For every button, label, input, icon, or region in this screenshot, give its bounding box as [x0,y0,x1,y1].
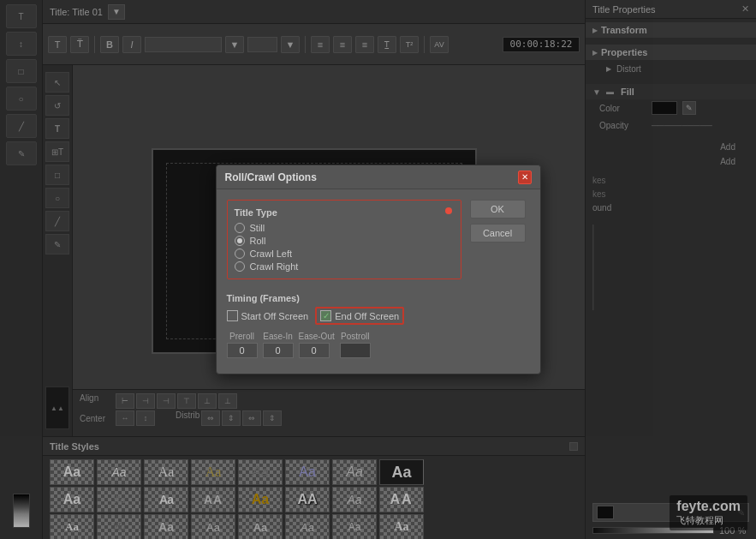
end-off-screen-checkbox[interactable]: ✓ End Off Screen [320,310,399,321]
ease-in-input[interactable] [263,343,294,358]
start-off-screen-box[interactable] [227,310,238,321]
end-off-screen-highlight: ✓ End Off Screen [315,307,404,325]
preroll-input[interactable] [227,343,258,358]
preroll-label: Preroll [227,332,258,341]
radio-crawl-left-label: Crawl Left [250,249,293,259]
dialog-left-panel: Title Type Still Roll [227,200,461,363]
dialog-buttons: OK Cancel [470,200,530,363]
radio-crawl-right-input[interactable] [235,261,245,272]
title-type-box: Title Type Still Roll [227,200,461,279]
radio-roll-input[interactable] [235,236,245,246]
postroll-label: Postroll [340,332,371,341]
radio-still-label: Still [250,223,265,233]
start-off-screen-checkbox[interactable]: Start Off Screen [227,310,309,321]
radio-group: Still Roll Crawl Left Crawl Right [235,223,454,272]
ease-out-group: Ease-Out [299,332,335,358]
radio-still-input[interactable] [235,223,245,233]
red-dot-indicator [445,207,452,214]
frames-row: Preroll Ease-In Ease-Out Postroll [227,332,461,358]
ok-button[interactable]: OK [470,200,526,219]
start-off-screen-label: Start Off Screen [241,311,309,321]
end-off-screen-box[interactable]: ✓ [320,310,331,321]
radio-crawl-left-input[interactable] [235,249,245,259]
radio-crawl-left[interactable]: Crawl Left [235,249,454,259]
timing-label: Timing (Frames) [227,293,461,303]
radio-roll[interactable]: Roll [235,236,454,246]
dialog-overlay: Roll/Crawl Options ✕ Title Type Still [0,0,756,539]
dialog-content: Title Type Still Roll [217,189,540,374]
dialog-title-text: Roll/Crawl Options [225,171,317,183]
radio-crawl-right-label: Crawl Right [250,261,299,272]
radio-roll-label: Roll [250,236,266,246]
postroll-input [340,343,371,358]
radio-crawl-right[interactable]: Crawl Right [235,261,454,272]
cancel-button[interactable]: Cancel [470,224,526,243]
ease-in-group: Ease-In [263,332,294,358]
radio-still[interactable]: Still [235,223,454,233]
timing-box: Timing (Frames) Start Off Screen ✓ [227,288,461,363]
dialog-titlebar: Roll/Crawl Options ✕ [217,165,540,189]
end-off-screen-label: End Off Screen [335,311,399,321]
checkbox-row: Start Off Screen ✓ End Off Screen [227,307,461,325]
preroll-group: Preroll [227,332,258,358]
ease-out-label: Ease-Out [299,332,335,341]
roll-crawl-dialog: Roll/Crawl Options ✕ Title Type Still [216,165,541,374]
title-type-label: Title Type [235,207,454,218]
postroll-group: Postroll [340,332,371,358]
ease-out-input[interactable] [299,343,330,358]
dialog-close-button[interactable]: ✕ [518,171,532,184]
ease-in-label: Ease-In [263,332,294,341]
